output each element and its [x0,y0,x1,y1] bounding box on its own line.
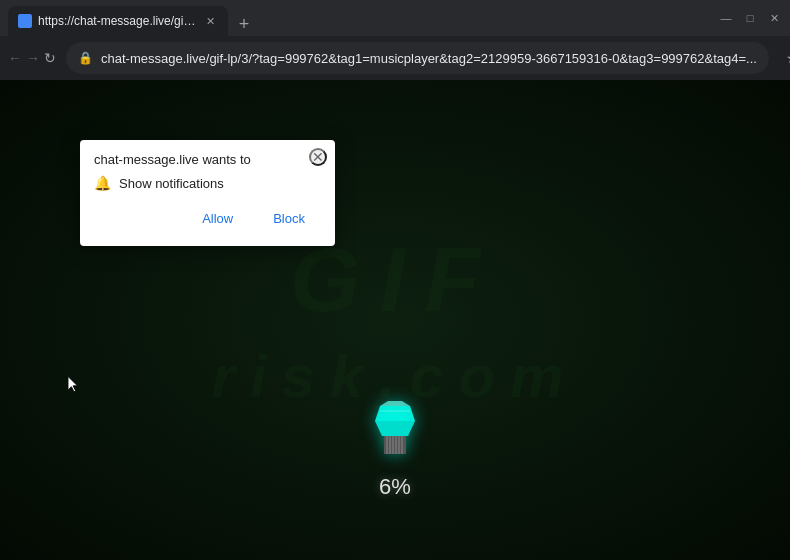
title-bar: https://chat-message.live/gif-lp/... ✕ +… [0,0,790,36]
bookmark-button[interactable]: ★ [779,44,790,72]
watermark: GIF risk.com [212,229,579,411]
svg-marker-0 [375,421,415,436]
maximize-button[interactable]: □ [742,10,758,26]
forward-button[interactable]: → [26,44,40,72]
page-background: GIF risk.com [0,80,790,560]
new-tab-button[interactable]: + [232,12,256,36]
tab-area: https://chat-message.live/gif-lp/... ✕ + [8,0,714,36]
flashlight-icon [370,401,420,466]
svg-marker-11 [68,376,77,391]
svg-marker-9 [380,401,410,406]
active-tab[interactable]: https://chat-message.live/gif-lp/... ✕ [8,6,228,36]
address-bar[interactable]: 🔒 chat-message.live/gif-lp/3/?tag=999762… [66,42,769,74]
tab-close-button[interactable]: ✕ [202,13,218,29]
address-text: chat-message.live/gif-lp/3/?tag=999762&t… [101,51,757,66]
block-button[interactable]: Block [257,205,321,232]
tab-title: https://chat-message.live/gif-lp/... [38,14,196,28]
nav-actions: ★ ✦ ◉ ⋮ [779,44,790,72]
popup-permission-row: 🔔 Show notifications [94,175,321,191]
permission-text: Show notifications [119,176,224,191]
window-controls: — □ ✕ [718,10,782,26]
lock-icon: 🔒 [78,51,93,65]
back-button[interactable]: ← [8,44,22,72]
close-button[interactable]: ✕ [766,10,782,26]
notification-popup: ✕ chat-message.live wants to 🔔 Show noti… [80,140,335,246]
popup-close-button[interactable]: ✕ [309,148,327,166]
reload-button[interactable]: ↻ [44,44,56,72]
svg-marker-8 [375,406,415,421]
loading-content: 6% [370,401,420,500]
minimize-button[interactable]: — [718,10,734,26]
popup-buttons: Allow Block [94,205,321,232]
nav-bar: ← → ↻ 🔒 chat-message.live/gif-lp/3/?tag=… [0,36,790,80]
popup-title: chat-message.live wants to [94,152,321,167]
progress-percentage: 6% [379,474,411,500]
bell-icon: 🔔 [94,175,111,191]
allow-button[interactable]: Allow [186,205,249,232]
browser-window: https://chat-message.live/gif-lp/... ✕ +… [0,0,790,560]
tab-favicon [18,14,32,28]
content-area: GIF risk.com [0,80,790,560]
mouse-cursor [68,376,80,394]
